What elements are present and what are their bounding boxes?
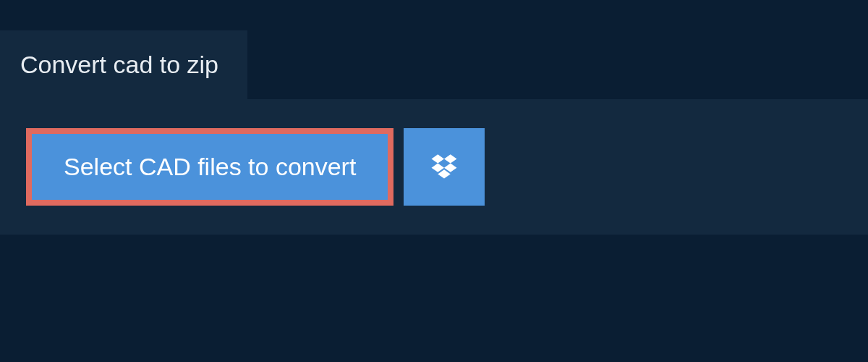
select-files-label: Select CAD files to convert: [64, 153, 356, 181]
conversion-panel: Select CAD files to convert: [0, 99, 868, 235]
tab-header: Convert cad to zip: [0, 30, 247, 99]
select-files-button[interactable]: Select CAD files to convert: [26, 128, 393, 206]
button-row: Select CAD files to convert: [26, 128, 842, 206]
dropbox-button[interactable]: [404, 128, 485, 206]
dropbox-icon: [429, 151, 459, 183]
tab-title: Convert cad to zip: [20, 51, 218, 79]
